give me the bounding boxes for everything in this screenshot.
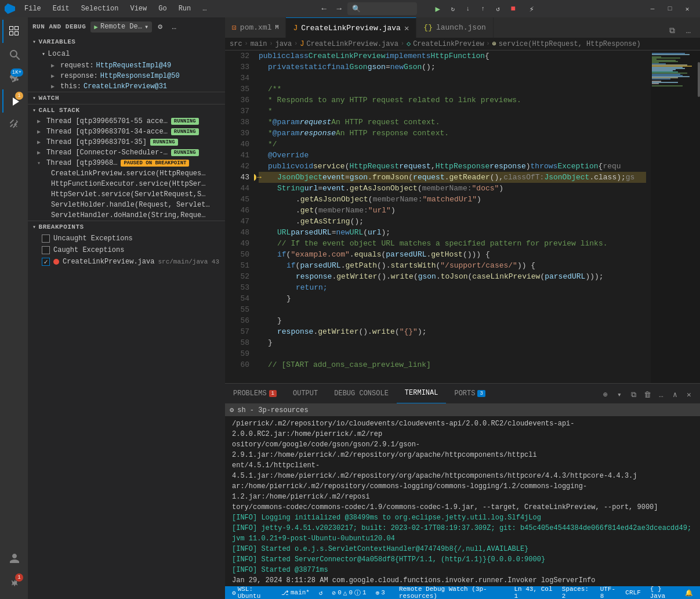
debug-step-into-button[interactable]: ↓ bbox=[461, 2, 475, 16]
minimize-button[interactable]: — bbox=[644, 2, 661, 16]
var-request: request bbox=[399, 161, 431, 172]
breadcrumb-src[interactable]: src bbox=[230, 40, 242, 48]
breakpoint-caught[interactable]: Caught Exceptions bbox=[28, 244, 225, 256]
thread-1[interactable]: ▶ Thread [qtp399683701-34-acce… RUNNING bbox=[28, 127, 225, 137]
split-terminal-button[interactable]: ⧉ bbox=[627, 388, 640, 401]
fn-fromjson: fromJson bbox=[372, 172, 408, 183]
menu-view[interactable]: View bbox=[125, 3, 151, 14]
frame-1[interactable]: HttpFunctionExecutor.service(HttpSer… bbox=[28, 179, 225, 189]
activity-extensions-icon[interactable] bbox=[2, 113, 26, 136]
frame-2[interactable]: HttpServlet.service(ServletRequest,S… bbox=[28, 189, 225, 200]
status-errors[interactable]: ⊘ 0 △ 0 ⓘ 1 bbox=[330, 589, 369, 597]
new-terminal-button[interactable]: ⊕ bbox=[599, 388, 612, 401]
menu-selection[interactable]: Selection bbox=[77, 3, 124, 14]
nav-forward-button[interactable]: → bbox=[332, 2, 346, 16]
tab-create-link-preview[interactable]: J CreateLinkPreview.java ✕ bbox=[286, 17, 416, 38]
run-debug-dropdown[interactable]: ▶ Remote De… ▾ bbox=[90, 21, 152, 33]
maximize-button[interactable]: □ bbox=[662, 2, 678, 16]
tab-terminal[interactable]: TERMINAL bbox=[397, 383, 447, 403]
menu-more[interactable]: … bbox=[198, 3, 211, 14]
call-stack-section-header[interactable]: ▾ CALL STACK bbox=[28, 104, 225, 116]
status-notifications[interactable]: 🔔 bbox=[683, 589, 695, 597]
thread-4[interactable]: ▾ Thread [qtp39968… PAUSED ON BREAKPOINT bbox=[28, 158, 225, 168]
comment-40: */ bbox=[268, 139, 277, 150]
uncaught-checkbox[interactable] bbox=[42, 234, 50, 243]
breadcrumb-method[interactable]: service(HttpRequest, HttpResponse) bbox=[499, 40, 641, 48]
frame-4[interactable]: ServletHandler.doHandle(String,Reque… bbox=[28, 210, 225, 221]
status-eol[interactable]: CRLF bbox=[623, 589, 643, 596]
frame-0[interactable]: CreateLinkPreview.service(HttpReques… bbox=[28, 168, 225, 179]
tab-problems[interactable]: PROBLEMS 1 bbox=[225, 383, 285, 403]
local-section-header[interactable]: ▾ Local bbox=[28, 48, 225, 60]
variable-request[interactable]: ▶ request: HttpRequestImpl@49 bbox=[28, 60, 225, 71]
breakpoint-file[interactable]: ✓ CreateLinkPreview.java src/main/java 4… bbox=[28, 256, 225, 268]
paren8: ( bbox=[296, 260, 300, 271]
variables-section-header[interactable]: ▾ VARIABLES bbox=[28, 36, 225, 48]
tab-close-icon[interactable]: ✕ bbox=[404, 23, 409, 33]
more-options-icon[interactable]: … bbox=[168, 21, 180, 33]
file-checkbox[interactable]: ✓ bbox=[42, 258, 50, 266]
caught-checkbox[interactable] bbox=[42, 246, 50, 254]
status-sync[interactable]: ↺ bbox=[317, 589, 325, 597]
dot10: . bbox=[332, 271, 336, 282]
kill-terminal-button[interactable]: 🗑 bbox=[641, 388, 654, 401]
command-palette[interactable]: 🔍 bbox=[347, 2, 417, 15]
status-ports[interactable]: ⊕ 3 bbox=[373, 589, 387, 597]
more-panel-button[interactable]: … bbox=[655, 388, 668, 401]
status-cursor-position[interactable]: Ln 43, Col 1 bbox=[512, 586, 554, 599]
code-content[interactable]: public class CreateLinkPreview implement… bbox=[254, 50, 651, 383]
debug-step-out-button[interactable]: ↑ bbox=[476, 2, 490, 16]
breakpoints-section-header[interactable]: ▾ BREAKPOINTS bbox=[28, 221, 225, 233]
activity-search-icon[interactable] bbox=[2, 43, 26, 66]
activity-account-icon[interactable] bbox=[2, 547, 26, 570]
param-name: request bbox=[300, 117, 332, 128]
tab-launch-json[interactable]: {} launch.json bbox=[416, 17, 493, 38]
watch-section-header[interactable]: ▾ WATCH bbox=[28, 92, 225, 104]
debug-more-button[interactable]: ⚡ bbox=[525, 2, 539, 16]
menu-run[interactable]: Run bbox=[174, 3, 196, 14]
maximize-panel-button[interactable]: ∧ bbox=[669, 388, 681, 401]
status-debug-watch[interactable]: Remote Debug Watch (3p-resources) bbox=[397, 586, 507, 599]
menu-go[interactable]: Go bbox=[154, 3, 171, 14]
debug-stop-button[interactable]: ■ bbox=[506, 2, 520, 16]
terminal-line-10: Jan 29, 2024 8:11:28 AM com.google.cloud… bbox=[232, 575, 693, 586]
menu-file[interactable]: File bbox=[20, 3, 46, 14]
launch-profile-button[interactable]: ▾ bbox=[613, 388, 626, 401]
breadcrumb-class[interactable]: CreateLinkPreview bbox=[413, 40, 484, 48]
status-remote[interactable]: ⚙ WSL: Ubuntu bbox=[230, 586, 274, 599]
status-spaces[interactable]: Spaces: 2 bbox=[560, 586, 593, 599]
activity-settings-icon[interactable]: 1 bbox=[2, 571, 26, 594]
status-encoding[interactable]: UTF-8 bbox=[598, 586, 619, 599]
breakpoint-uncaught[interactable]: Uncaught Exceptions bbox=[28, 233, 225, 244]
breadcrumb-java[interactable]: java bbox=[275, 40, 292, 48]
thread-2[interactable]: ▶ Thread [qtp399683701-35] RUNNING bbox=[28, 137, 225, 147]
settings-gear-icon[interactable]: ⚙ bbox=[154, 21, 166, 33]
status-language[interactable]: { } Java bbox=[648, 586, 678, 599]
breadcrumb-file[interactable]: CreateLinkPreview.java bbox=[306, 40, 398, 48]
terminal-content[interactable]: /pierrick/.m2/repository/io/cloudevents/… bbox=[225, 416, 700, 586]
menu-edit[interactable]: Edit bbox=[48, 3, 74, 14]
tab-pom-xml[interactable]: ⊡ pom.xml M bbox=[225, 17, 286, 38]
debug-step-over-button[interactable]: ↻ bbox=[446, 2, 460, 16]
variable-response[interactable]: ▶ response: HttpResponseImpl@50 bbox=[28, 71, 225, 81]
close-panel-button[interactable]: ✕ bbox=[683, 388, 695, 401]
status-branch[interactable]: ⎇ main* bbox=[279, 589, 312, 597]
debug-continue-button[interactable]: ▶ bbox=[431, 2, 445, 16]
breadcrumb-main[interactable]: main bbox=[251, 40, 267, 48]
activity-source-control-icon[interactable]: 1K+ bbox=[2, 66, 26, 89]
split-editor-button[interactable]: ⧉ bbox=[665, 24, 679, 38]
frame-3[interactable]: ServletHolder.handle(Request, Servlet… bbox=[28, 200, 225, 210]
nav-back-button[interactable]: ← bbox=[317, 2, 331, 16]
run-debug-title: RUN AND DEBUG bbox=[32, 23, 86, 30]
close-button[interactable]: ✕ bbox=[679, 2, 695, 16]
thread-0[interactable]: ▶ Thread [qtp399665701-55 acce… RUNNING bbox=[28, 116, 225, 127]
activity-explorer-icon[interactable] bbox=[2, 20, 26, 43]
variable-this[interactable]: ▶ this: CreateLinkPreview@31 bbox=[28, 81, 225, 92]
tab-output[interactable]: OUTPUT bbox=[285, 383, 326, 403]
thread-3[interactable]: ▶ Thread [Connector-Scheduler-… RUNNING bbox=[28, 147, 225, 158]
debug-restart-button[interactable]: ↺ bbox=[491, 2, 505, 16]
tab-ports[interactable]: PORTS 3 bbox=[446, 383, 493, 403]
activity-run-debug-icon[interactable]: 1 bbox=[2, 89, 26, 113]
more-actions-button[interactable]: … bbox=[681, 24, 695, 38]
tab-debug-console[interactable]: DEBUG CONSOLE bbox=[326, 383, 397, 403]
